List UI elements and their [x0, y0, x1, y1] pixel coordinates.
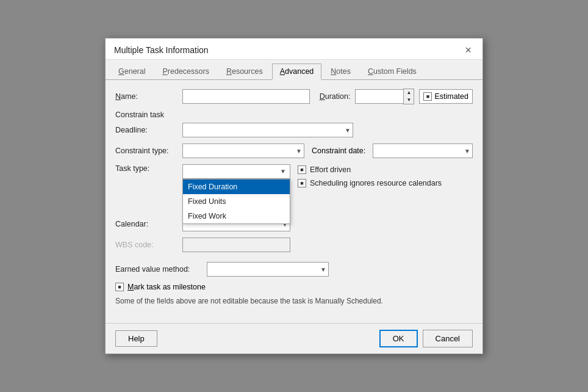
milestone-checkbox[interactable] — [115, 283, 124, 291]
name-input[interactable] — [182, 89, 310, 104]
effort-driven-label: Effort driven — [310, 165, 351, 174]
task-type-arrow-icon: ▼ — [280, 168, 286, 175]
dialog-footer: Help OK Cancel — [106, 323, 482, 354]
wbs-label: WBS code: — [115, 241, 182, 249]
name-label: Name: — [115, 92, 182, 101]
help-button[interactable]: Help — [115, 330, 157, 347]
tab-predecessors[interactable]: Predecessors — [154, 64, 217, 79]
deadline-select-wrapper: ▼ — [182, 123, 353, 137]
deadline-select[interactable] — [182, 123, 353, 137]
wbs-input[interactable] — [182, 238, 290, 252]
right-column: Effort driven Scheduling ignores resourc… — [298, 164, 473, 192]
constraint-type-select[interactable] — [182, 143, 304, 158]
constraint-type-wrapper: ▼ — [182, 143, 304, 158]
dialog-title: Multiple Task Information — [114, 45, 209, 55]
tab-resources[interactable]: Resources — [218, 64, 271, 79]
close-button[interactable]: × — [462, 45, 474, 56]
milestone-label: Mark task as milestone — [127, 283, 206, 291]
tab-notes[interactable]: Notes — [323, 64, 359, 79]
tab-advanced[interactable]: Advanced — [272, 64, 322, 80]
duration-up-btn[interactable]: ▲ — [404, 89, 414, 96]
effort-driven-checkbox[interactable] — [298, 165, 306, 174]
estimated-button[interactable]: Estimated — [419, 89, 473, 104]
constraint-date-select[interactable] — [373, 143, 473, 158]
task-type-section: Task type: ▼ Fixed Duration Fixed Units … — [115, 164, 473, 258]
tab-general[interactable]: General — [110, 64, 153, 79]
multiple-task-info-dialog: Multiple Task Information × General Pred… — [105, 38, 483, 355]
duration-label: Duration: — [320, 92, 351, 101]
constraint-date-label: Constraint date: — [312, 147, 365, 155]
earned-value-row: Earned value method: ▼ — [115, 262, 473, 277]
dialog-content: Name: Duration: ▲ ▼ Estimated Constrain … — [106, 80, 482, 324]
earned-value-select[interactable] — [207, 262, 329, 277]
ok-button[interactable]: OK — [379, 330, 418, 347]
cancel-button[interactable]: Cancel — [423, 330, 473, 347]
dropdown-item-fixed-units[interactable]: Fixed Units — [183, 194, 290, 209]
constraint-date-wrapper: ▼ — [373, 143, 473, 158]
constraint-row: Constraint type: ▼ Constraint date: ▼ — [115, 143, 473, 158]
estimated-label: Estimated — [434, 92, 468, 101]
info-text: Some of the fields above are not editabl… — [115, 296, 473, 307]
effort-driven-row: Effort driven — [298, 165, 473, 174]
task-type-dropdown[interactable]: ▼ Fixed Duration Fixed Units Fixed Work — [182, 164, 290, 179]
scheduling-checkbox[interactable] — [298, 179, 306, 187]
scheduling-label: Scheduling ignores resource calendars — [310, 179, 442, 187]
duration-down-btn[interactable]: ▼ — [404, 96, 414, 104]
task-type-row: Task type: ▼ Fixed Duration Fixed Units … — [115, 164, 290, 179]
constrain-task-label: Constrain task — [115, 111, 473, 119]
duration-spinner: ▲ ▼ — [403, 89, 414, 104]
name-row: Name: Duration: ▲ ▼ Estimated — [115, 89, 473, 104]
constraint-type-label: Constraint type: — [115, 147, 182, 155]
estimated-checkbox — [423, 92, 432, 101]
wbs-row: WBS code: — [115, 238, 290, 252]
calendar-label: Calendar: — [115, 220, 182, 228]
task-type-dropdown-list: Fixed Duration Fixed Units Fixed Work — [182, 179, 290, 224]
earned-value-label: Earned value method: — [115, 265, 207, 274]
duration-input[interactable] — [355, 89, 404, 104]
duration-area: Duration: ▲ ▼ Estimated — [320, 89, 473, 104]
task-type-label: Task type: — [115, 164, 182, 173]
milestone-row: Mark task as milestone — [115, 283, 473, 291]
tab-custom-fields[interactable]: Custom Fields — [360, 64, 425, 79]
tab-bar: General Predecessors Resources Advanced … — [106, 60, 482, 80]
dropdown-item-fixed-duration[interactable]: Fixed Duration — [183, 180, 290, 194]
title-bar: Multiple Task Information × — [106, 38, 482, 60]
deadline-row: Deadline: ▼ — [115, 123, 473, 137]
left-column: Task type: ▼ Fixed Duration Fixed Units … — [115, 164, 290, 258]
footer-right: OK Cancel — [379, 330, 473, 347]
dropdown-item-fixed-work[interactable]: Fixed Work — [183, 209, 290, 223]
scheduling-row: Scheduling ignores resource calendars — [298, 179, 473, 187]
deadline-label: Deadline: — [115, 126, 182, 134]
earned-value-wrapper: ▼ — [207, 262, 329, 277]
